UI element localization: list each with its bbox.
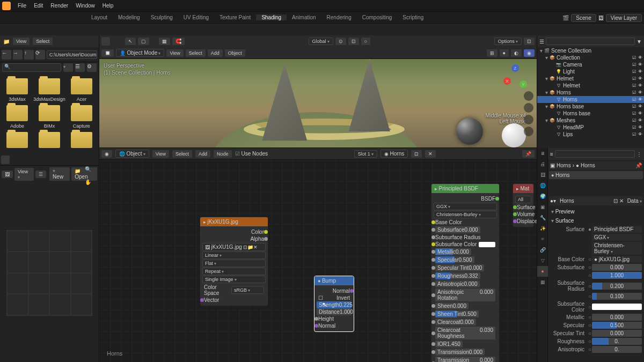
outliner-tree[interactable]: ▾🎬Scene Collection ▾📦Collection☑👁📷Camera… [537, 47, 644, 148]
value-slider[interactable]: 0. [592, 338, 642, 345]
vp-snap-grid-icon[interactable]: ▦ [159, 38, 170, 45]
tab-modifiers[interactable]: 🔧 [537, 212, 548, 223]
output-socket[interactable] [264, 237, 268, 241]
folder-item[interactable] [68, 131, 96, 151]
exclude-icon[interactable]: ☑ [631, 62, 636, 67]
folder-item[interactable]: 3dsMax [3, 77, 31, 103]
fb-view-menu[interactable]: View [13, 38, 30, 45]
socket-dot[interactable]: ○ [588, 322, 592, 328]
input-socket[interactable] [513, 205, 517, 209]
image-select[interactable]: 🖼 jKxXU1G.jpg ⊡📁✕ [202, 243, 266, 251]
sss-select[interactable]: Christensen-Burley [592, 242, 642, 255]
tab-sculpting[interactable]: Sculpting [145, 14, 178, 20]
mode-select[interactable]: 👤 Object Mode [116, 49, 164, 57]
value-slider[interactable]: 0. [592, 346, 642, 353]
input-socket[interactable] [431, 342, 435, 346]
input-socket[interactable] [431, 312, 435, 316]
socket-dot[interactable]: ○ [588, 304, 592, 310]
tab-animation[interactable]: Animation [287, 14, 321, 20]
pivot-icon[interactable]: ⊙ [335, 38, 346, 45]
filebrowser-editor-icon[interactable]: 📁 [3, 39, 10, 45]
visibility-icon[interactable]: 👁 [638, 69, 643, 74]
tree-item[interactable]: ▽Horns base☑👁 [537, 110, 644, 117]
outliner-search-input[interactable] [546, 38, 635, 45]
color-swatch[interactable] [592, 304, 642, 310]
input-socket[interactable] [431, 350, 435, 354]
input-socket[interactable] [431, 242, 435, 246]
exclude-icon[interactable]: ☑ [631, 69, 636, 74]
tab-shading[interactable]: Shading [256, 14, 287, 20]
shading-rendered-icon[interactable]: ◉ [524, 49, 535, 57]
input-socket[interactable] [431, 331, 435, 335]
filter-icon[interactable]: ▼ [636, 39, 642, 45]
value-slider[interactable]: 0.000 [592, 330, 642, 337]
menu-edit[interactable]: Edit [30, 3, 47, 9]
socket-dot[interactable]: ○ [588, 256, 592, 262]
input-socket[interactable] [200, 298, 204, 302]
menu-render[interactable]: Render [47, 3, 72, 9]
exclude-icon[interactable]: ☑ [631, 83, 636, 88]
invert-checkbox[interactable]: Invert [336, 295, 350, 301]
mat-browse-icon[interactable]: ⊡ [411, 150, 422, 158]
proportional-icon[interactable]: ○ [361, 38, 370, 45]
input-socket[interactable] [431, 293, 435, 297]
ne-type-select[interactable]: 🌐 Object [115, 150, 149, 158]
exclude-icon[interactable]: ☑ [631, 125, 636, 130]
value-slider[interactable]: IOR1.450 [435, 341, 463, 348]
target-select[interactable]: All [515, 196, 531, 203]
material-select[interactable]: ◉ Horns [380, 150, 408, 158]
surface-shader-select[interactable]: Principled BSDF [592, 226, 642, 233]
input-socket[interactable] [431, 282, 435, 286]
mat-browse-icon[interactable]: ●▾ [550, 198, 556, 204]
axis-x-icon[interactable]: X [503, 77, 511, 85]
value-slider[interactable]: Anisotropic0.000 [435, 280, 480, 287]
folder-item[interactable]: Capture [68, 104, 96, 130]
visibility-icon[interactable]: 👁 [638, 83, 643, 88]
tree-item[interactable]: ▾📦Helmet☑👁 [537, 75, 644, 82]
visibility-icon[interactable]: 👁 [638, 55, 643, 60]
tab-world[interactable]: 🌍 [537, 191, 548, 202]
vp-select-menu[interactable]: Select [186, 49, 206, 57]
value-slider[interactable]: Transmission0.000 [435, 349, 485, 356]
nav-gizmo[interactable]: X Y Z [503, 64, 527, 88]
value-slider[interactable]: Roughness0.332 [435, 272, 480, 279]
hand-icon[interactable]: ✋ [85, 179, 94, 189]
vp-select-tool-icon[interactable]: ▢ [138, 38, 149, 45]
visibility-icon[interactable]: 👁 [638, 125, 643, 130]
distribution-select[interactable]: GGX [434, 203, 497, 210]
exclude-icon[interactable]: ☑ [631, 132, 636, 137]
file-search-input[interactable] [2, 63, 61, 72]
shading-matprev-icon[interactable]: ◐ [511, 49, 522, 57]
tree-item[interactable]: ▽Lips☑👁 [537, 131, 644, 138]
tree-item[interactable]: 📷Camera☑👁 [537, 61, 644, 68]
tree-item[interactable]: ▽Helmet☑👁 [537, 82, 644, 89]
socket-dot[interactable]: ○ [588, 330, 592, 336]
tab-constraints[interactable]: 🔗 [537, 245, 548, 255]
snap-toggle-icon[interactable]: ⊡ [348, 38, 359, 45]
tab-material[interactable]: ● [537, 266, 548, 277]
path-input[interactable]: C:\Users\User\Docum… [47, 50, 97, 59]
props-editor-icon[interactable]: ≡ [550, 151, 553, 157]
vp-add-menu[interactable]: Add [208, 49, 223, 57]
scene-select[interactable]: Scene [571, 14, 596, 22]
sss-method-select[interactable]: Christensen-Burley [434, 211, 497, 218]
options-menu[interactable]: Options [494, 38, 522, 45]
vp-cursor-tool-icon[interactable]: ↖ [125, 38, 136, 45]
node-principled-bsdf[interactable]: ▸ Principled BSDF BSDF GGX Christensen-B… [431, 183, 500, 362]
folder-item[interactable]: Adobe [3, 104, 31, 130]
distribution-select[interactable]: GGX [592, 234, 642, 241]
tab-texpaint[interactable]: Texture Paint [214, 14, 256, 20]
socket-dot[interactable]: ○ [588, 293, 592, 299]
color-swatch[interactable] [479, 242, 495, 247]
value-slider[interactable]: 0.500 [592, 322, 642, 329]
folder-item[interactable] [32, 131, 67, 151]
value-slider[interactable]: 1.000 [592, 272, 642, 279]
vp-object-menu[interactable]: Object [225, 49, 245, 57]
pin-icon[interactable]: 📌 [635, 162, 642, 168]
exclude-icon[interactable]: ☑ [631, 97, 636, 102]
folder-item[interactable]: Acer [68, 77, 96, 103]
value-slider[interactable]: Clearcoat0.000 [435, 319, 476, 326]
output-socket[interactable] [350, 289, 354, 293]
tree-item[interactable]: ▾📦Horns☑👁 [537, 89, 644, 96]
input-socket[interactable] [431, 220, 435, 224]
